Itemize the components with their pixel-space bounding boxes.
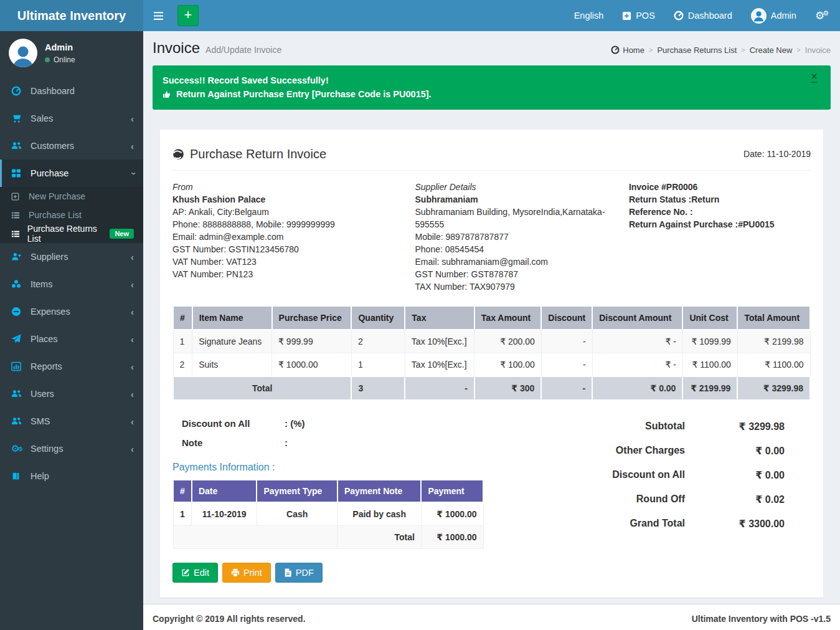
chevron-down-icon: ‹ <box>127 172 138 175</box>
sidebar-item-new-purchase[interactable]: New Purchase <box>0 187 143 206</box>
dashboard-link[interactable]: Dashboard <box>674 11 732 21</box>
edit-button[interactable]: Edit <box>172 563 218 583</box>
page-subtitle: Add/Update Invoice <box>205 41 281 55</box>
book-icon <box>11 472 25 481</box>
purchase-submenu: New Purchase Purchase List <box>0 187 143 243</box>
chevron-left-icon: ‹ <box>131 252 134 262</box>
user-plus-icon <box>11 252 25 262</box>
payments-table: # Date Payment Type Payment Note Payment <box>172 479 484 549</box>
language-menu[interactable]: English <box>574 11 604 21</box>
invoice-number: Invoice #PR0006 <box>629 181 811 193</box>
app-window: Ultimate Inventory + English POS <box>0 0 840 630</box>
chevron-left-icon: ‹ <box>131 444 134 454</box>
breadcrumb-separator: > <box>796 46 800 54</box>
chevron-left-icon: ‹ <box>131 307 134 317</box>
return-against-purchase: Return Against Purchase :#PU0015 <box>629 218 811 231</box>
globe-icon <box>172 148 184 160</box>
chevron-left-icon: ‹ <box>131 113 134 124</box>
sidebar-item-dashboard[interactable]: Dashboard <box>0 77 143 105</box>
totals-summary: Subtotal ₹ 3299.98 Other Charges ₹ 0.00 … <box>577 412 811 549</box>
navbar-right: English POS Dashboard <box>574 8 840 24</box>
bar-chart-icon <box>11 361 25 371</box>
pos-link[interactable]: POS <box>622 11 655 21</box>
file-pdf-icon <box>284 568 292 577</box>
sidebar-toggle-button[interactable] <box>143 0 174 31</box>
grand-total-row: Grand Total ₹ 3300.00 <box>577 512 785 536</box>
payments-total-row: Total ₹ 1000.00 <box>173 525 483 548</box>
discount-on-all-value: : (%) <box>285 418 305 429</box>
plus-square-o-icon <box>11 193 24 201</box>
return-status: Return Status :Return <box>629 193 811 206</box>
sidebar-item-items[interactable]: Items ‹ <box>0 270 143 298</box>
invoice-date: Date: 11-10-2019 <box>743 149 811 159</box>
sidebar-item-suppliers[interactable]: Suppliers ‹ <box>0 243 143 270</box>
chevron-left-icon: ‹ <box>131 389 134 399</box>
breadcrumb-create-new[interactable]: Create New <box>750 45 793 55</box>
sidebar-item-expenses[interactable]: Expenses ‹ <box>0 298 143 325</box>
from-block: From Khush Fashion Palace AP: Ankali, Ci… <box>172 181 415 293</box>
gears-icon: ⚙⚙ <box>11 443 25 454</box>
gears-icon: ⚙⚙ <box>815 9 829 22</box>
sidebar-item-users[interactable]: Users ‹ <box>0 380 143 408</box>
navbar: + English POS Dashboard <box>143 0 840 31</box>
breadcrumb: Home > Purchase Returns List > Create Ne… <box>611 42 831 55</box>
sidebar-item-purchase-list[interactable]: Purchase List <box>0 206 143 224</box>
sidebar-item-reports[interactable]: Reports ‹ <box>0 353 143 380</box>
print-button[interactable]: Print <box>222 563 271 583</box>
cubes-icon <box>11 279 25 289</box>
sidebar-user-panel: Admin Online <box>0 31 143 75</box>
minus-circle-icon <box>11 307 25 317</box>
close-icon[interactable]: × <box>811 72 817 83</box>
sidebar-item-sms[interactable]: SMS ‹ <box>0 408 143 435</box>
hamburger-icon <box>153 11 164 21</box>
supplier-block: Supplier Details Subhramaniam Subhramani… <box>415 181 629 293</box>
table-row: 1 Signature Jeans ₹ 999.99 2 Tax 10%[Exc… <box>173 330 810 353</box>
sidebar-item-settings[interactable]: ⚙⚙ Settings ‹ <box>0 435 143 462</box>
footer: Copyright © 2019 All rights reserved. Ul… <box>143 604 840 630</box>
avatar <box>9 39 37 67</box>
version-text: Ultimate Inventory with POS -v1.5 <box>692 614 831 624</box>
top-bar: Ultimate Inventory + English POS <box>0 0 840 31</box>
user-avatar-icon <box>751 8 767 24</box>
chevron-left-icon: ‹ <box>131 361 134 372</box>
settings-menu[interactable]: ⚙⚙ <box>815 9 829 22</box>
sidebar: Admin Online Dashboard <box>0 31 143 630</box>
cart-icon <box>11 113 25 123</box>
invoice-meta-block: Invoice #PR0006 Return Status :Return Re… <box>629 181 811 293</box>
app-logo[interactable]: Ultimate Inventory <box>0 0 143 31</box>
breadcrumb-purchase-returns-list[interactable]: Purchase Returns List <box>657 45 737 55</box>
note-row: Note : <box>182 437 577 448</box>
from-name: Khush Fashion Palace <box>172 193 415 206</box>
users-icon <box>11 389 25 399</box>
sidebar-item-help[interactable]: Help <box>0 462 143 490</box>
supplier-name: Subhramaniam <box>415 193 629 206</box>
breadcrumb-home[interactable]: Home <box>611 45 644 55</box>
user-menu[interactable]: Admin <box>751 8 796 24</box>
tachometer-icon <box>611 45 620 54</box>
sidebar-item-purchase-returns-list[interactable]: Purchase Returns List New <box>0 224 143 243</box>
new-badge: New <box>110 229 134 239</box>
items-table-header-row: # Item Name Purchase Price Quantity Tax … <box>173 306 810 330</box>
sidebar-item-places[interactable]: Places ‹ <box>0 325 143 353</box>
payments-total-label: Total <box>337 525 421 548</box>
success-alert: Success!! Record Saved Successfully! Ret… <box>153 65 831 110</box>
page-title: Invoice <box>153 39 200 57</box>
online-status-icon <box>45 57 50 62</box>
sidebar-user-status: Online <box>45 55 75 64</box>
sidebar-item-customers[interactable]: Customers ‹ <box>0 132 143 160</box>
main-content: Invoice Add/Update Invoice Home > Purcha… <box>143 31 840 630</box>
action-buttons: Edit Print PDF <box>172 563 811 583</box>
tachometer-icon <box>674 11 684 21</box>
list-icon <box>11 230 22 238</box>
supplier-heading: Supplier Details <box>415 181 629 193</box>
invoice-panel: Purchase Return Invoice Date: 11-10-2019… <box>160 130 823 598</box>
sidebar-menu: Dashboard Sales ‹ Customers ‹ <box>0 77 143 490</box>
chevron-left-icon: ‹ <box>131 279 134 290</box>
quick-add-button[interactable]: + <box>177 5 199 26</box>
invoice-info-row: From Khush Fashion Palace AP: Ankali, Ci… <box>172 171 811 305</box>
sidebar-item-sales[interactable]: Sales ‹ <box>0 105 143 132</box>
users-icon <box>11 141 25 151</box>
sidebar-item-purchase[interactable]: Purchase ‹ <box>0 160 143 187</box>
items-total-row: Total 3 - ₹ 300 - ₹ 0.00 ₹ 2199.99 ₹ 329… <box>173 376 810 400</box>
pdf-button[interactable]: PDF <box>275 563 323 583</box>
